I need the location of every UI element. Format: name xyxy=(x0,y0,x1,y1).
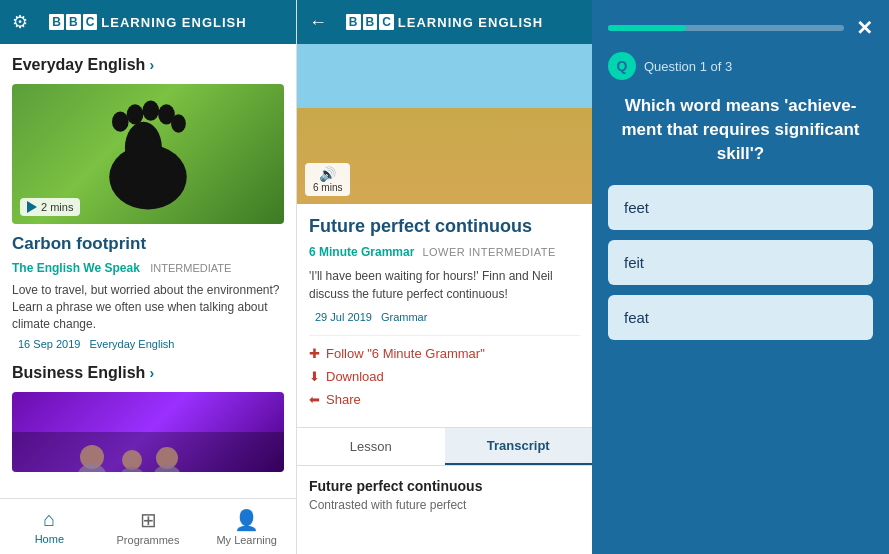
nav-programmes-label: Programmes xyxy=(117,534,180,546)
card1-image[interactable]: 2 mins xyxy=(12,84,284,224)
speaker-icon: 🔊 xyxy=(319,166,336,182)
quiz-question-text: Which word means 'achieve-ment that requ… xyxy=(608,94,873,165)
section2-label: Business English xyxy=(12,364,145,382)
nav-home-label: Home xyxy=(35,533,64,545)
transcript-sub: Contrasted with future perfect xyxy=(309,498,580,512)
card1-desc: Love to travel, but worried about the en… xyxy=(12,282,284,332)
svg-point-2 xyxy=(112,112,129,132)
article-tag[interactable]: 6 Minute Grammar xyxy=(309,245,414,259)
business-card-image[interactable] xyxy=(12,392,284,472)
card1-title[interactable]: Carbon footprint xyxy=(12,234,284,254)
transcript-content: Future perfect continuous Contrasted wit… xyxy=(297,466,592,524)
bbc-block-b4: B xyxy=(363,14,378,30)
play-icon xyxy=(27,201,37,213)
follow-icon: ✚ xyxy=(309,346,320,361)
bbc-logo: B B C LEARNING ENGLISH xyxy=(49,14,246,30)
article-tabs: Lesson Transcript xyxy=(297,427,592,466)
nav-mylearning-label: My Learning xyxy=(216,534,277,546)
svg-point-3 xyxy=(127,104,144,124)
quiz-progress-fill xyxy=(608,25,686,31)
follow-label: Follow "6 Minute Grammar" xyxy=(326,346,485,361)
section2-title[interactable]: Business English › xyxy=(12,364,284,382)
mylearning-icon: 👤 xyxy=(234,508,259,532)
quiz-options: feet feit feat xyxy=(608,185,873,340)
tab-transcript[interactable]: Transcript xyxy=(445,428,593,465)
article-image: 🔊 6 mins xyxy=(297,44,592,204)
transcript-title: Future perfect continuous xyxy=(309,478,580,494)
article-level: LOWER INTERMEDIATE xyxy=(422,246,555,258)
article-meta: 6 Minute Grammar LOWER INTERMEDIATE xyxy=(309,245,580,259)
quiz-close-button[interactable]: ✕ xyxy=(856,16,873,40)
quiz-question-row: Q Question 1 of 3 xyxy=(608,52,873,80)
chevron-right-icon2: › xyxy=(149,365,154,381)
bbc-block-c2: C xyxy=(379,14,394,30)
quiz-option-1[interactable]: feet xyxy=(608,185,873,230)
svg-point-6 xyxy=(171,114,186,132)
panel1-content: Everyday English › 2 mins xyxy=(0,44,296,498)
card1-meta: The English We Speak INTERMEDIATE xyxy=(12,258,284,276)
download-label: Download xyxy=(326,369,384,384)
chevron-right-icon: › xyxy=(149,57,154,73)
article-actions: ✚ Follow "6 Minute Grammar" ⬇ Download ⬅… xyxy=(309,335,580,407)
bbc-block-b: B xyxy=(49,14,64,30)
download-icon: ⬇ xyxy=(309,369,320,384)
bbc-logo2: B B C LEARNING ENGLISH xyxy=(346,14,543,30)
svg-point-4 xyxy=(142,100,159,120)
quiz-progress-bar xyxy=(608,25,844,31)
share-label: Share xyxy=(326,392,361,407)
nav-mylearning[interactable]: 👤 My Learning xyxy=(197,508,296,546)
panel1-header: ⚙ B B C LEARNING ENGLISH xyxy=(0,0,296,44)
panel2-bbc-text: LEARNING ENGLISH xyxy=(398,15,543,30)
share-icon: ⬅ xyxy=(309,392,320,407)
business-image-overlay xyxy=(12,432,284,472)
quiz-question-label: Question 1 of 3 xyxy=(644,59,732,74)
card1-date: 16 Sep 2019 Everyday English xyxy=(12,338,284,350)
tab-lesson[interactable]: Lesson xyxy=(297,428,445,465)
bbc-block-c: C xyxy=(83,14,98,30)
gear-icon[interactable]: ⚙ xyxy=(12,11,28,33)
article-date: 29 Jul 2019 Grammar xyxy=(309,311,580,323)
bbc-block-b3: B xyxy=(346,14,361,30)
audio-duration: 6 mins xyxy=(313,182,342,193)
quiz-header: ✕ xyxy=(608,16,873,40)
footprint-icon xyxy=(88,94,208,214)
panel-home: ⚙ B B C LEARNING ENGLISH Everyday Englis… xyxy=(0,0,296,554)
article-desc: 'I'll have been waiting for hours!' Finn… xyxy=(309,267,580,303)
back-arrow-icon[interactable]: ← xyxy=(309,12,327,33)
quiz-option-2[interactable]: feit xyxy=(608,240,873,285)
share-action[interactable]: ⬅ Share xyxy=(309,392,580,407)
quiz-q-icon: Q xyxy=(608,52,636,80)
bbc-block-b2: B xyxy=(66,14,81,30)
article-body: Future perfect continuous 6 Minute Gramm… xyxy=(297,204,592,427)
bbc-blocks: B B C xyxy=(49,14,97,30)
bbc-blocks2: B B C xyxy=(346,14,394,30)
card1-level: INTERMEDIATE xyxy=(150,262,231,274)
panel2-header: ← B B C LEARNING ENGLISH xyxy=(297,0,592,44)
svg-point-1 xyxy=(125,122,162,174)
follow-action[interactable]: ✚ Follow "6 Minute Grammar" xyxy=(309,346,580,361)
panel-quiz: ✕ Q Question 1 of 3 Which word means 'ac… xyxy=(592,0,889,554)
panel1-bbc-text: LEARNING ENGLISH xyxy=(101,15,246,30)
article-title[interactable]: Future perfect continuous xyxy=(309,216,580,237)
quiz-option-3[interactable]: feat xyxy=(608,295,873,340)
panel1-nav: ⌂ Home ⊞ Programmes 👤 My Learning xyxy=(0,498,296,554)
section1-label: Everyday English xyxy=(12,56,145,74)
play-duration: 2 mins xyxy=(41,201,73,213)
card1-subtitle: The English We Speak xyxy=(12,261,140,275)
audio-badge[interactable]: 🔊 6 mins xyxy=(305,163,350,196)
play-badge[interactable]: 2 mins xyxy=(20,198,80,216)
section1-title[interactable]: Everyday English › xyxy=(12,56,284,74)
download-action[interactable]: ⬇ Download xyxy=(309,369,580,384)
panel-article: ← B B C LEARNING ENGLISH xyxy=(296,0,592,554)
nav-programmes[interactable]: ⊞ Programmes xyxy=(99,508,198,546)
home-icon: ⌂ xyxy=(43,508,55,531)
nav-home[interactable]: ⌂ Home xyxy=(0,508,99,545)
programmes-icon: ⊞ xyxy=(140,508,157,532)
